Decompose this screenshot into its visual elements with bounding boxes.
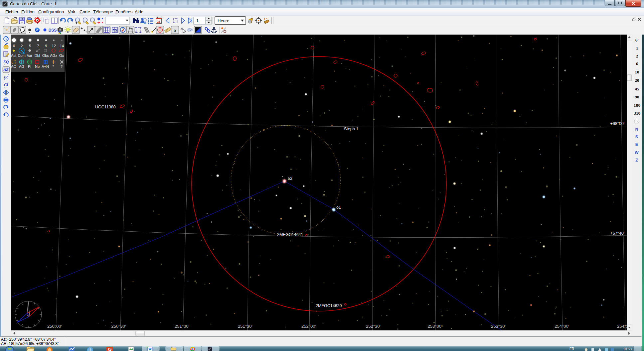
svg-text:δ2: δ2 xyxy=(288,176,292,181)
svg-text:N: N xyxy=(635,127,638,132)
svg-text:E: E xyxy=(635,142,638,147)
svg-text:Com: Com xyxy=(18,54,25,58)
svg-text:254°00': 254°00' xyxy=(555,324,569,329)
svg-text:251°30': 251°30' xyxy=(238,324,252,329)
svg-text:+67°40': +67°40' xyxy=(610,231,625,236)
svg-text:0: 0 xyxy=(13,44,15,48)
svg-text:DSS: DSS xyxy=(49,28,57,33)
svg-text:10: 10 xyxy=(635,69,639,74)
svg-text:Nb: Nb xyxy=(35,64,40,68)
svg-text:W: W xyxy=(148,347,152,351)
svg-text:180: 180 xyxy=(634,103,641,108)
svg-text:AZ: AZ xyxy=(3,67,8,72)
svg-text:5: 5 xyxy=(29,44,31,48)
svg-text:20: 20 xyxy=(635,78,639,83)
svg-text:12: 12 xyxy=(52,44,56,48)
svg-text:2: 2 xyxy=(21,44,23,48)
svg-text:A+N: A+N xyxy=(42,64,49,68)
svg-text:01:27: 01:27 xyxy=(624,347,632,351)
svg-text:1: 1 xyxy=(196,18,199,23)
svg-text:Gx: Gx xyxy=(59,54,64,58)
svg-text:250°30': 250°30' xyxy=(111,324,126,329)
svg-text:UGC11380: UGC11380 xyxy=(95,105,116,109)
svg-text:9: 9 xyxy=(45,44,47,48)
svg-text:AGx: AGx xyxy=(50,54,57,58)
svg-text:251°00': 251°00' xyxy=(175,324,189,329)
svg-text:1: 1 xyxy=(636,46,638,51)
svg-text:S: S xyxy=(635,135,638,139)
svg-text:Obs: Obs xyxy=(42,54,49,58)
svg-text:δ1: δ1 xyxy=(336,205,341,210)
svg-text:P: P xyxy=(109,348,111,351)
svg-text:90: 90 xyxy=(635,94,639,99)
svg-text:310: 310 xyxy=(634,111,641,116)
svg-text:Heure: Heure xyxy=(218,18,229,23)
svg-text:252°00': 252°00' xyxy=(301,324,316,329)
svg-text:Z: Z xyxy=(635,158,638,163)
svg-text:FR: FR xyxy=(569,347,574,351)
svg-text:AG: AG xyxy=(19,64,24,68)
svg-text:α: α xyxy=(181,27,183,31)
svg-text:Pl: Pl xyxy=(28,64,31,68)
svg-text:253°30': 253°30' xyxy=(491,324,506,329)
svg-text:Gl: Gl xyxy=(4,82,8,87)
svg-text:2MFGC14629: 2MFGC14629 xyxy=(316,303,342,308)
svg-text:2: 2 xyxy=(636,54,638,58)
svg-text:EQ: EQ xyxy=(112,29,117,32)
svg-text:AO: AO xyxy=(11,64,16,68)
svg-text:14: 14 xyxy=(60,44,64,48)
svg-text:7: 7 xyxy=(37,44,39,48)
svg-text:α: α xyxy=(174,28,176,33)
svg-text:2MFGC14641: 2MFGC14641 xyxy=(277,232,303,237)
svg-text:6: 6 xyxy=(636,61,638,66)
svg-text:?: ? xyxy=(61,64,63,68)
svg-text:6': 6' xyxy=(635,38,639,43)
svg-text:21: 21 xyxy=(157,20,160,23)
svg-text:Dbl: Dbl xyxy=(35,54,40,58)
svg-text:250°00': 250°00' xyxy=(47,324,62,329)
svg-text:+68°00': +68°00' xyxy=(610,121,625,126)
svg-text:W: W xyxy=(635,150,639,155)
svg-text:Steph 1: Steph 1 xyxy=(344,127,358,131)
svg-text:Ast: Ast xyxy=(11,54,16,58)
svg-text:252°30': 252°30' xyxy=(366,324,381,329)
svg-text:EQ: EQ xyxy=(3,59,9,64)
svg-text:254°30': 254°30' xyxy=(617,324,627,329)
svg-text:253°00': 253°00' xyxy=(428,324,442,329)
svg-text:45: 45 xyxy=(635,86,639,91)
svg-text:*: * xyxy=(53,64,54,68)
svg-text:Ec: Ec xyxy=(3,75,8,79)
svg-text:Var: Var xyxy=(27,54,33,58)
